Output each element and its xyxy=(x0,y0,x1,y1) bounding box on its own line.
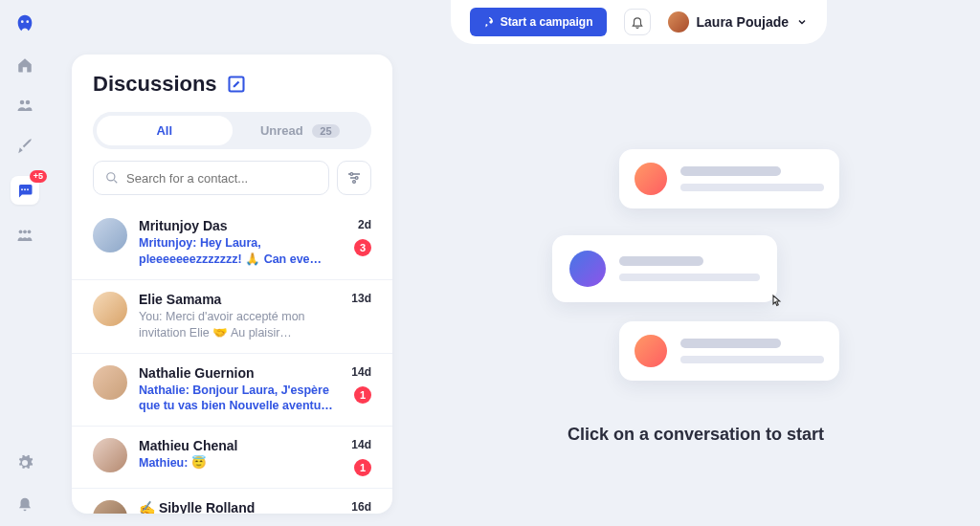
empty-illustration xyxy=(552,149,839,398)
svg-point-5 xyxy=(19,230,23,233)
avatar xyxy=(93,365,127,400)
svg-point-0 xyxy=(20,100,25,105)
unread-badge: 1 xyxy=(354,459,371,476)
message-preview: Mathieu: 😇 xyxy=(139,455,340,471)
topbar: Start a campaign Laura Poujade xyxy=(451,0,827,44)
tab-unread[interactable]: Unread 25 xyxy=(233,116,368,145)
nav-home[interactable] xyxy=(15,55,34,75)
cursor-icon xyxy=(768,293,785,310)
svg-point-4 xyxy=(27,188,29,190)
conversation-item[interactable]: Mritunjoy DasMritunjoy: Hey Laura, pleee… xyxy=(72,207,392,280)
svg-point-10 xyxy=(350,173,353,176)
contact-name: Mathieu Chenal xyxy=(139,438,237,453)
nav-contacts[interactable] xyxy=(15,96,34,115)
chevron-down-icon xyxy=(796,16,808,28)
conversation-item[interactable]: Elie SamamaYou: Merci d'avoir accepté mo… xyxy=(72,280,392,354)
unread-badge: 1 xyxy=(354,386,371,404)
conversation-list[interactable]: Mritunjoy DasMritunjoy: Hey Laura, pleee… xyxy=(72,207,392,514)
app-logo[interactable] xyxy=(14,13,35,34)
nav-settings[interactable] xyxy=(15,453,34,472)
search-icon xyxy=(105,171,119,185)
svg-point-1 xyxy=(26,100,31,105)
tab-all-label: All xyxy=(156,123,172,138)
timestamp: 14d xyxy=(351,438,371,451)
message-preview: You: Merci d'avoir accepté mon invitatio… xyxy=(139,309,340,341)
svg-point-12 xyxy=(353,181,356,184)
nav-team[interactable] xyxy=(15,226,34,245)
avatar xyxy=(93,438,127,472)
contact-name: ✍️ Sibylle Rolland xyxy=(139,500,255,514)
tab-unread-count: 25 xyxy=(312,124,339,138)
svg-point-3 xyxy=(24,188,26,190)
nav-alerts[interactable] xyxy=(15,493,34,513)
start-campaign-button[interactable]: Start a campaign xyxy=(470,8,607,36)
contact-name: Mritunjoy Das xyxy=(139,218,228,233)
filter-tabs: All Unread 25 xyxy=(93,112,371,149)
avatar xyxy=(93,218,127,252)
conversation-item[interactable]: ✍️ Sibylle Rolland✍️ Sibylle: avec plais… xyxy=(72,489,392,514)
discussions-panel: Discussions All Unread 25 Mritunjoy DasM… xyxy=(72,55,392,514)
svg-point-9 xyxy=(107,173,115,181)
nav-discussions[interactable]: +5 xyxy=(11,176,39,205)
conversation-item[interactable]: Mathieu ChenalMathieu: 😇14d1 xyxy=(72,427,392,489)
tab-unread-label: Unread xyxy=(260,123,303,138)
filters-button[interactable] xyxy=(337,161,371,195)
contact-name: Nathalie Guernion xyxy=(139,365,255,381)
illus-card xyxy=(619,149,839,208)
timestamp: 2d xyxy=(358,218,371,231)
contact-name: Elie Samama xyxy=(139,292,221,307)
timestamp: 16d xyxy=(351,500,371,514)
illus-card xyxy=(619,321,839,381)
svg-point-2 xyxy=(21,188,23,190)
message-preview: Nathalie: Bonjour Laura, J'espère que tu… xyxy=(139,383,340,415)
user-name: Laura Poujade xyxy=(697,14,789,30)
start-campaign-label: Start a campaign xyxy=(501,15,593,29)
compose-icon[interactable] xyxy=(227,75,246,94)
nav-campaigns[interactable] xyxy=(15,136,34,155)
search-input[interactable] xyxy=(126,171,317,186)
conversation-item[interactable]: Nathalie GuernionNathalie: Bonjour Laura… xyxy=(72,354,392,427)
notifications-button[interactable] xyxy=(624,9,651,35)
timestamp: 14d xyxy=(351,365,371,379)
rocket-icon xyxy=(483,16,495,28)
avatar xyxy=(93,500,127,514)
empty-message: Click on a conversation to start xyxy=(568,425,824,445)
illus-card-active xyxy=(552,235,777,302)
user-menu[interactable]: Laura Poujade xyxy=(668,11,808,33)
timestamp: 13d xyxy=(351,292,371,305)
page-title: Discussions xyxy=(93,72,217,97)
nav-discussions-badge: +5 xyxy=(30,170,47,183)
svg-point-11 xyxy=(355,177,358,180)
avatar xyxy=(668,11,689,33)
svg-point-7 xyxy=(28,230,32,233)
svg-point-6 xyxy=(23,230,27,233)
message-preview: Mritunjoy: Hey Laura, pleeeeeeezzzzzzz! … xyxy=(139,235,343,268)
avatar xyxy=(93,292,127,326)
empty-state: Click on a conversation to start xyxy=(412,67,980,526)
tab-all[interactable]: All xyxy=(97,116,233,145)
search-input-wrapper[interactable] xyxy=(93,161,329,195)
unread-badge: 3 xyxy=(354,239,371,256)
left-nav: +5 xyxy=(0,0,50,526)
